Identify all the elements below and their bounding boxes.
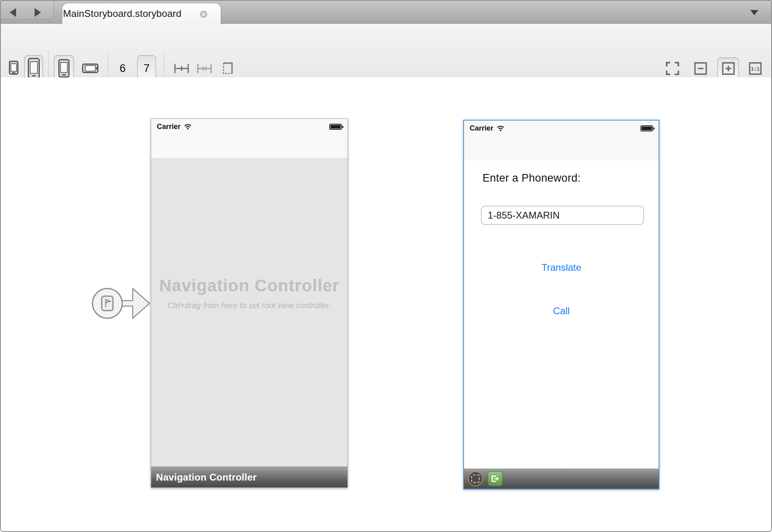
translate-button[interactable]: Translate <box>464 262 659 273</box>
scene-toolbar <box>464 469 659 489</box>
tab-modified-indicator[interactable] <box>200 11 207 18</box>
wifi-icon <box>497 125 505 131</box>
one-to-one-icon: 1:1 <box>749 62 762 75</box>
design-surface[interactable]: Carrier Navigation Controller Ctrl+drag … <box>1 78 771 531</box>
svg-text:1:1: 1:1 <box>751 66 760 72</box>
frame-constraint-icon <box>221 61 234 76</box>
battery-icon <box>641 125 653 131</box>
width-constraint-icon <box>174 62 189 75</box>
dashed-frame-glyph <box>471 475 480 483</box>
phone-small-icon <box>9 61 18 75</box>
status-bar: Carrier <box>151 119 347 159</box>
orientation-landscape-button[interactable] <box>82 63 99 73</box>
zoom-in-icon <box>722 62 735 75</box>
carrier-text: Carrier <box>157 123 181 131</box>
document-tab[interactable]: MainStoryboard.storyboard <box>62 3 221 24</box>
forward-button[interactable] <box>31 7 44 18</box>
designer-window: MainStoryboard.storyboard <box>0 0 772 532</box>
remove-constraint-button[interactable] <box>197 62 212 75</box>
zoom-out-button[interactable] <box>694 62 707 75</box>
view-controller-glyph <box>102 296 113 311</box>
forward-arrow-icon <box>35 8 41 17</box>
tab-bar: MainStoryboard.storyboard <box>1 1 771 24</box>
navigation-controller-content[interactable]: Navigation Controller Ctrl+drag from her… <box>151 160 347 467</box>
phone-landscape-icon <box>82 63 99 73</box>
carrier-label: Carrier <box>470 124 505 133</box>
tab-list-dropdown-icon[interactable] <box>750 10 758 15</box>
tab-title: MainStoryboard.storyboard <box>63 8 181 19</box>
exit-arrow-glyph <box>491 474 500 483</box>
phone-large-icon <box>28 58 40 79</box>
scene-name-bar[interactable]: Navigation Controller <box>151 467 347 487</box>
scene-hint-text: Ctrl+drag from here to set root view con… <box>159 301 339 310</box>
phone-portrait-icon <box>58 59 70 78</box>
frame-constraint-button[interactable] <box>221 61 234 76</box>
navigation-controller-scene[interactable]: Carrier Navigation Controller Ctrl+drag … <box>151 119 348 488</box>
ios6-button[interactable]: 6 <box>117 62 129 74</box>
battery-icon <box>329 124 342 130</box>
scene-watermark-title: Navigation Controller <box>159 276 339 295</box>
wifi-icon <box>184 124 192 130</box>
back-button[interactable] <box>6 7 19 18</box>
back-arrow-icon <box>10 8 16 17</box>
status-bar: Carrier <box>464 121 659 161</box>
phoneword-input[interactable] <box>481 206 644 225</box>
size-iphone35-button[interactable] <box>9 61 18 75</box>
remove-constraint-icon <box>197 62 212 75</box>
zoom-in-button[interactable] <box>717 57 739 80</box>
storyboard-entry-arrow[interactable] <box>85 282 154 325</box>
exit-segue-icon[interactable] <box>488 471 503 486</box>
carrier-label: Carrier <box>157 123 192 131</box>
phoneword-view-controller-scene[interactable]: Carrier Enter a Phoneword: Translate Cal… <box>463 120 659 489</box>
call-button[interactable]: Call <box>464 305 659 317</box>
zoom-actual-size-button[interactable]: 1:1 <box>749 62 762 75</box>
carrier-text: Carrier <box>470 124 493 133</box>
fullscreen-icon <box>665 61 680 76</box>
designer-toolbar: 6 7 SIZE ORIENTATION iOS VERS <box>1 24 771 77</box>
ios7-label: 7 <box>144 62 150 75</box>
zoom-out-icon <box>694 62 707 75</box>
zoom-fit-button[interactable] <box>665 61 680 76</box>
view-controller-icon[interactable] <box>468 471 483 486</box>
phoneword-prompt-label: Enter a Phoneword: <box>482 172 581 184</box>
add-constraint-button[interactable] <box>174 62 189 75</box>
